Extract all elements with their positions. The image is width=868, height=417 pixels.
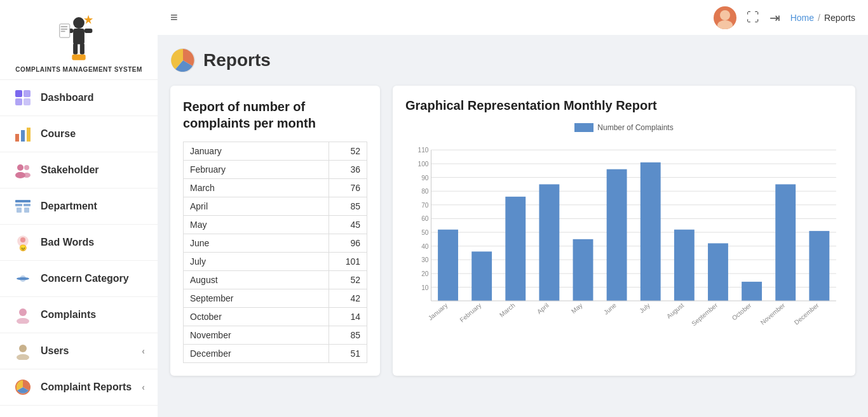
table-row: April85	[184, 197, 367, 216]
bar-february	[471, 251, 492, 301]
bar-november	[775, 184, 796, 301]
x-axis-label: August	[665, 301, 685, 320]
table-card: Report of number of complaints per month…	[170, 86, 380, 376]
month-label: January	[184, 142, 329, 161]
table-row: December51	[184, 345, 367, 363]
svg-rect-6	[60, 24, 70, 37]
month-label: May	[184, 216, 329, 234]
sidebar-item-stakeholder[interactable]: Stakeholder	[0, 152, 158, 189]
avatar[interactable]	[714, 6, 736, 29]
month-count: 52	[329, 142, 367, 161]
sidebar-label-complaints: Complaints	[41, 309, 96, 321]
svg-point-33	[17, 318, 29, 324]
cards-row: Report of number of complaints per month…	[170, 86, 855, 376]
svg-rect-2	[73, 43, 78, 55]
svg-point-38	[717, 20, 733, 29]
y-axis-label: 50	[421, 229, 429, 236]
month-count: 101	[329, 253, 367, 271]
svg-text:😠: 😠	[19, 244, 27, 251]
bar-october	[742, 282, 762, 301]
bar-august	[674, 230, 695, 301]
content-area: Reports Report of number of complaints p…	[158, 35, 868, 417]
sidebar-item-concern-category[interactable]: Concern Category	[0, 261, 158, 297]
y-axis-label: 20	[421, 270, 429, 277]
svg-point-28	[20, 237, 25, 242]
x-axis-label: January	[427, 301, 449, 322]
table-row: March76	[184, 179, 367, 197]
logout-icon[interactable]: ⇥	[770, 10, 780, 25]
legend-label: Number of Complaints	[597, 123, 673, 132]
table-row: June96	[184, 234, 367, 253]
users-icon	[13, 341, 33, 361]
nav-list: DashboardCourseStakeholderDepartment😠Bad…	[0, 80, 158, 406]
stakeholder-icon	[13, 160, 33, 180]
svg-rect-16	[21, 130, 25, 142]
svg-rect-25	[17, 208, 22, 213]
hamburger-icon[interactable]: ≡	[170, 10, 178, 25]
table-row: October14	[184, 308, 367, 326]
svg-point-35	[17, 354, 29, 360]
chart-title: Graphical Representation Monthly Report	[405, 98, 843, 113]
table-card-title: Report of number of complaints per month	[183, 98, 367, 131]
svg-rect-3	[80, 43, 85, 55]
svg-rect-24	[24, 204, 31, 206]
sidebar-item-complaint-reports[interactable]: Complaint Reports‹	[0, 369, 158, 406]
month-count: 52	[329, 271, 367, 289]
x-axis-label: November	[759, 301, 787, 326]
table-row: January52	[184, 142, 367, 161]
month-label: April	[184, 197, 329, 216]
month-count: 45	[329, 216, 367, 234]
complaints-icon	[13, 305, 33, 325]
page-title: Reports	[203, 50, 271, 70]
svg-rect-13	[15, 98, 22, 105]
sidebar-label-stakeholder: Stakeholder	[41, 164, 99, 176]
legend-color-box	[574, 123, 593, 132]
y-axis-label: 100	[418, 161, 429, 168]
month-count: 96	[329, 234, 367, 253]
table-row: July101	[184, 253, 367, 271]
y-axis-label: 90	[421, 175, 429, 182]
bar-march	[505, 197, 526, 301]
dashboard-icon	[13, 88, 33, 108]
concern-category-icon	[13, 268, 33, 289]
month-count: 85	[329, 197, 367, 216]
svg-point-21	[23, 173, 31, 178]
svg-rect-10	[72, 55, 85, 60]
sidebar-item-users[interactable]: Users‹	[0, 333, 158, 369]
sidebar-label-concern-category: Concern Category	[41, 273, 129, 284]
svg-point-32	[19, 308, 27, 316]
table-row: November85	[184, 326, 367, 345]
sidebar-item-dashboard[interactable]: Dashboard	[0, 80, 158, 116]
chevron-icon-users: ‹	[142, 346, 145, 356]
svg-point-18	[17, 164, 24, 171]
fullscreen-icon[interactable]: ⛶	[747, 10, 759, 25]
svg-rect-23	[15, 204, 22, 206]
svg-rect-26	[24, 208, 29, 213]
x-axis-label: October	[731, 301, 753, 322]
month-count: 36	[329, 161, 367, 179]
sidebar-item-badwords[interactable]: 😠Bad Words	[0, 225, 158, 261]
table-row: May45	[184, 216, 367, 234]
sidebar-item-department[interactable]: Department	[0, 189, 158, 225]
sidebar-item-complaints[interactable]: Complaints	[0, 297, 158, 333]
svg-rect-12	[24, 90, 31, 97]
complaint-reports-icon	[13, 377, 33, 397]
x-axis-label: July	[638, 301, 652, 315]
chart-legend: Number of Complaints	[405, 123, 843, 132]
breadcrumb-home[interactable]: Home	[790, 13, 814, 23]
x-axis-label: June	[602, 301, 618, 316]
svg-point-34	[19, 345, 27, 352]
table-row: August52	[184, 271, 367, 289]
bar-june	[607, 169, 627, 301]
sidebar-label-complaint-reports: Complaint Reports	[41, 381, 132, 393]
month-count: 76	[329, 179, 367, 197]
x-axis-label: December	[793, 301, 820, 326]
month-label: June	[184, 234, 329, 253]
page-header-icon	[170, 48, 196, 73]
logo-area: COMPLAINTS MANAGEMENT SYSTEM	[0, 0, 158, 80]
sidebar-item-course[interactable]: Course	[0, 116, 158, 152]
sidebar-label-badwords: Bad Words	[41, 237, 94, 248]
bar-september	[708, 243, 728, 301]
x-axis-label: March	[498, 301, 517, 318]
svg-point-0	[73, 17, 85, 29]
